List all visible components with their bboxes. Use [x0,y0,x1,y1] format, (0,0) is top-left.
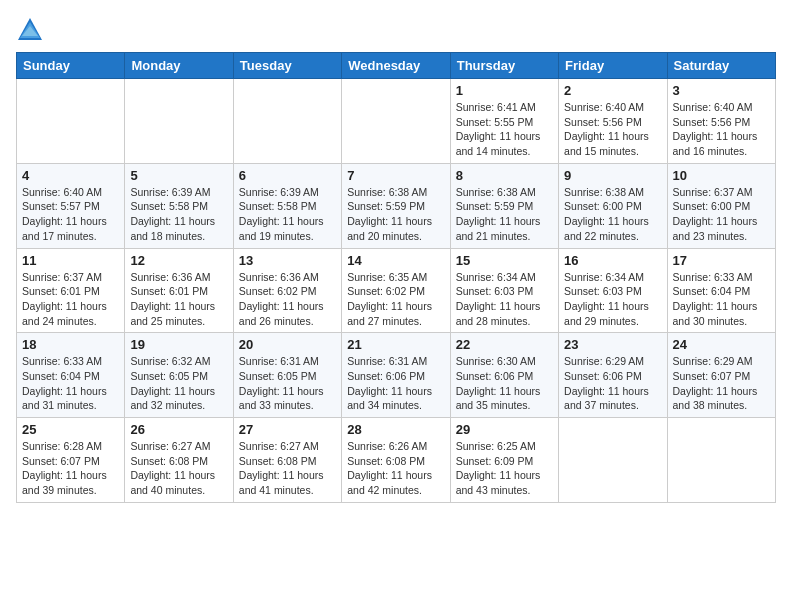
logo-icon [16,16,44,44]
calendar-cell: 7Sunrise: 6:38 AM Sunset: 5:59 PM Daylig… [342,163,450,248]
calendar-cell: 29Sunrise: 6:25 AM Sunset: 6:09 PM Dayli… [450,418,558,503]
calendar-cell: 11Sunrise: 6:37 AM Sunset: 6:01 PM Dayli… [17,248,125,333]
day-number: 13 [239,253,336,268]
day-info: Sunrise: 6:27 AM Sunset: 6:08 PM Dayligh… [239,439,336,498]
day-info: Sunrise: 6:32 AM Sunset: 6:05 PM Dayligh… [130,354,227,413]
day-info: Sunrise: 6:26 AM Sunset: 6:08 PM Dayligh… [347,439,444,498]
day-number: 10 [673,168,770,183]
column-header-friday: Friday [559,53,667,79]
day-number: 22 [456,337,553,352]
column-header-thursday: Thursday [450,53,558,79]
day-number: 17 [673,253,770,268]
day-number: 5 [130,168,227,183]
calendar-cell [233,79,341,164]
day-info: Sunrise: 6:40 AM Sunset: 5:56 PM Dayligh… [564,100,661,159]
day-info: Sunrise: 6:37 AM Sunset: 6:01 PM Dayligh… [22,270,119,329]
calendar-cell: 22Sunrise: 6:30 AM Sunset: 6:06 PM Dayli… [450,333,558,418]
day-info: Sunrise: 6:34 AM Sunset: 6:03 PM Dayligh… [456,270,553,329]
calendar-cell: 15Sunrise: 6:34 AM Sunset: 6:03 PM Dayli… [450,248,558,333]
day-number: 24 [673,337,770,352]
calendar-week-row: 25Sunrise: 6:28 AM Sunset: 6:07 PM Dayli… [17,418,776,503]
day-info: Sunrise: 6:31 AM Sunset: 6:06 PM Dayligh… [347,354,444,413]
day-info: Sunrise: 6:37 AM Sunset: 6:00 PM Dayligh… [673,185,770,244]
day-info: Sunrise: 6:38 AM Sunset: 5:59 PM Dayligh… [347,185,444,244]
day-info: Sunrise: 6:27 AM Sunset: 6:08 PM Dayligh… [130,439,227,498]
calendar-cell: 12Sunrise: 6:36 AM Sunset: 6:01 PM Dayli… [125,248,233,333]
day-number: 21 [347,337,444,352]
calendar-cell: 10Sunrise: 6:37 AM Sunset: 6:00 PM Dayli… [667,163,775,248]
day-number: 4 [22,168,119,183]
day-info: Sunrise: 6:34 AM Sunset: 6:03 PM Dayligh… [564,270,661,329]
calendar-cell: 21Sunrise: 6:31 AM Sunset: 6:06 PM Dayli… [342,333,450,418]
day-number: 14 [347,253,444,268]
day-info: Sunrise: 6:38 AM Sunset: 6:00 PM Dayligh… [564,185,661,244]
calendar-week-row: 11Sunrise: 6:37 AM Sunset: 6:01 PM Dayli… [17,248,776,333]
day-info: Sunrise: 6:39 AM Sunset: 5:58 PM Dayligh… [239,185,336,244]
calendar-cell: 6Sunrise: 6:39 AM Sunset: 5:58 PM Daylig… [233,163,341,248]
column-header-tuesday: Tuesday [233,53,341,79]
day-number: 20 [239,337,336,352]
day-info: Sunrise: 6:38 AM Sunset: 5:59 PM Dayligh… [456,185,553,244]
day-info: Sunrise: 6:40 AM Sunset: 5:56 PM Dayligh… [673,100,770,159]
day-info: Sunrise: 6:36 AM Sunset: 6:01 PM Dayligh… [130,270,227,329]
calendar-table: SundayMondayTuesdayWednesdayThursdayFrid… [16,52,776,503]
day-number: 12 [130,253,227,268]
column-header-saturday: Saturday [667,53,775,79]
calendar-cell: 3Sunrise: 6:40 AM Sunset: 5:56 PM Daylig… [667,79,775,164]
calendar-cell: 25Sunrise: 6:28 AM Sunset: 6:07 PM Dayli… [17,418,125,503]
day-info: Sunrise: 6:29 AM Sunset: 6:06 PM Dayligh… [564,354,661,413]
day-number: 19 [130,337,227,352]
column-header-sunday: Sunday [17,53,125,79]
calendar-cell: 28Sunrise: 6:26 AM Sunset: 6:08 PM Dayli… [342,418,450,503]
calendar-cell [667,418,775,503]
day-number: 25 [22,422,119,437]
calendar-cell: 20Sunrise: 6:31 AM Sunset: 6:05 PM Dayli… [233,333,341,418]
calendar-cell [559,418,667,503]
logo [16,16,48,44]
calendar-cell: 8Sunrise: 6:38 AM Sunset: 5:59 PM Daylig… [450,163,558,248]
calendar-week-row: 4Sunrise: 6:40 AM Sunset: 5:57 PM Daylig… [17,163,776,248]
column-header-wednesday: Wednesday [342,53,450,79]
calendar-cell: 1Sunrise: 6:41 AM Sunset: 5:55 PM Daylig… [450,79,558,164]
day-info: Sunrise: 6:25 AM Sunset: 6:09 PM Dayligh… [456,439,553,498]
calendar-cell [342,79,450,164]
day-info: Sunrise: 6:41 AM Sunset: 5:55 PM Dayligh… [456,100,553,159]
calendar-cell: 13Sunrise: 6:36 AM Sunset: 6:02 PM Dayli… [233,248,341,333]
day-number: 28 [347,422,444,437]
calendar-cell [125,79,233,164]
column-header-monday: Monday [125,53,233,79]
calendar-cell: 16Sunrise: 6:34 AM Sunset: 6:03 PM Dayli… [559,248,667,333]
page-header [16,16,776,44]
day-number: 3 [673,83,770,98]
calendar-cell: 5Sunrise: 6:39 AM Sunset: 5:58 PM Daylig… [125,163,233,248]
day-info: Sunrise: 6:33 AM Sunset: 6:04 PM Dayligh… [22,354,119,413]
day-number: 26 [130,422,227,437]
day-number: 15 [456,253,553,268]
day-info: Sunrise: 6:29 AM Sunset: 6:07 PM Dayligh… [673,354,770,413]
day-info: Sunrise: 6:30 AM Sunset: 6:06 PM Dayligh… [456,354,553,413]
day-number: 1 [456,83,553,98]
day-info: Sunrise: 6:31 AM Sunset: 6:05 PM Dayligh… [239,354,336,413]
day-number: 6 [239,168,336,183]
calendar-cell: 17Sunrise: 6:33 AM Sunset: 6:04 PM Dayli… [667,248,775,333]
day-number: 23 [564,337,661,352]
day-info: Sunrise: 6:36 AM Sunset: 6:02 PM Dayligh… [239,270,336,329]
day-info: Sunrise: 6:35 AM Sunset: 6:02 PM Dayligh… [347,270,444,329]
calendar-cell: 18Sunrise: 6:33 AM Sunset: 6:04 PM Dayli… [17,333,125,418]
calendar-cell: 14Sunrise: 6:35 AM Sunset: 6:02 PM Dayli… [342,248,450,333]
day-info: Sunrise: 6:28 AM Sunset: 6:07 PM Dayligh… [22,439,119,498]
calendar-cell: 23Sunrise: 6:29 AM Sunset: 6:06 PM Dayli… [559,333,667,418]
day-number: 9 [564,168,661,183]
calendar-cell: 9Sunrise: 6:38 AM Sunset: 6:00 PM Daylig… [559,163,667,248]
calendar-cell: 27Sunrise: 6:27 AM Sunset: 6:08 PM Dayli… [233,418,341,503]
calendar-header-row: SundayMondayTuesdayWednesdayThursdayFrid… [17,53,776,79]
day-number: 11 [22,253,119,268]
calendar-cell: 26Sunrise: 6:27 AM Sunset: 6:08 PM Dayli… [125,418,233,503]
day-number: 16 [564,253,661,268]
calendar-cell: 2Sunrise: 6:40 AM Sunset: 5:56 PM Daylig… [559,79,667,164]
calendar-cell: 19Sunrise: 6:32 AM Sunset: 6:05 PM Dayli… [125,333,233,418]
calendar-cell: 4Sunrise: 6:40 AM Sunset: 5:57 PM Daylig… [17,163,125,248]
calendar-cell [17,79,125,164]
day-number: 29 [456,422,553,437]
calendar-week-row: 18Sunrise: 6:33 AM Sunset: 6:04 PM Dayli… [17,333,776,418]
